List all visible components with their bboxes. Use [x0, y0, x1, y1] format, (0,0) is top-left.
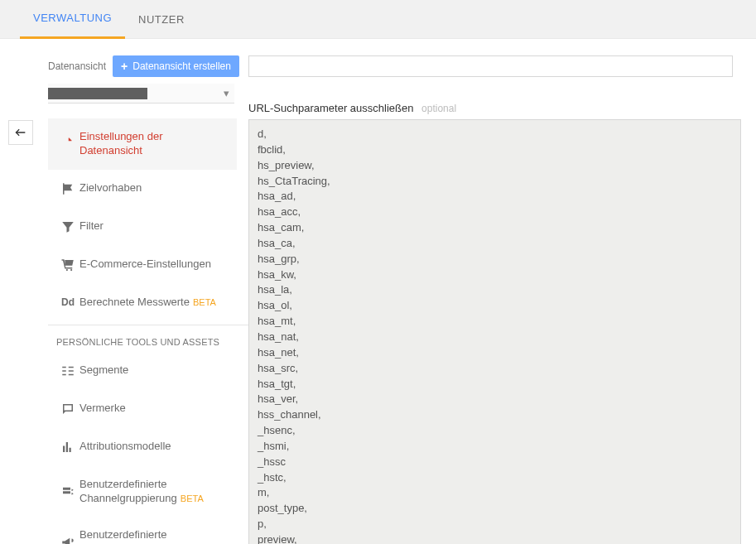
- field-label-text: URL-Suchparameter ausschließen: [248, 102, 413, 114]
- create-view-button[interactable]: + Datenansicht erstellen: [113, 55, 239, 77]
- tab-verwaltung[interactable]: VERWALTUNG: [20, 0, 125, 39]
- view-selector[interactable]: ▾: [48, 84, 234, 104]
- breadcrumb-label: Datenansicht: [48, 60, 106, 72]
- exclude-url-params-textarea[interactable]: [248, 119, 741, 544]
- field-label: URL-Suchparameter ausschließen optional: [248, 102, 748, 114]
- nav-item[interactable]: BenutzerdefinierteBenachrichtigungen: [48, 517, 237, 544]
- nav-item-label: Zielvorhaben: [79, 181, 142, 195]
- nav-item[interactable]: DdBerechnete MesswerteBETA: [48, 284, 237, 321]
- back-button[interactable]: [8, 120, 33, 145]
- nav-item-label: BenutzerdefinierteChannelgruppierungBETA: [79, 478, 204, 506]
- admin-nav: Einstellungen derDatenansichtZielvorhabe…: [48, 118, 237, 321]
- top-input-box[interactable]: [248, 55, 733, 77]
- nav-item-label: Segmente: [79, 363, 128, 378]
- chevron-down-icon: ▾: [224, 87, 229, 99]
- bars-icon: [56, 440, 79, 455]
- nav-item[interactable]: Zielvorhaben: [48, 170, 237, 208]
- nav-item-label: Vermerke: [79, 402, 126, 416]
- note-icon: [56, 402, 79, 416]
- section-head-personal: PERSÖNLICHE TOOLS UND ASSETS: [48, 325, 248, 352]
- plus-icon: +: [121, 60, 128, 73]
- nav-item-label: Attributionsmodelle: [79, 440, 171, 454]
- nav-item[interactable]: Segmente: [48, 352, 237, 390]
- nav-item-label: Filter: [79, 219, 104, 233]
- admin-nav-personal: SegmenteVermerkeAttributionsmodelleBenut…: [48, 352, 237, 544]
- tab-nutzer[interactable]: NUTZER: [125, 0, 198, 39]
- right-column: URL-Suchparameter ausschließen optional: [248, 39, 756, 544]
- nav-item[interactable]: BenutzerdefinierteChannelgruppierungBETA: [48, 466, 237, 518]
- nav-item-label: BenutzerdefinierteBenachrichtigungen: [79, 528, 175, 544]
- megaphone-icon: [56, 535, 79, 544]
- left-column: Datenansicht + Datenansicht erstellen ▾ …: [0, 39, 248, 544]
- flag-icon: [56, 181, 79, 196]
- cart-icon: [56, 258, 79, 272]
- nav-item-label: E-Commerce-Einstellungen: [79, 258, 211, 272]
- view-selector-value: [48, 88, 147, 99]
- nav-item[interactable]: Filter: [48, 208, 237, 246]
- nav-item[interactable]: Einstellungen derDatenansicht: [48, 118, 237, 170]
- funnel-icon: [56, 219, 79, 234]
- segments-icon: [56, 363, 79, 378]
- nav-item[interactable]: Attributionsmodelle: [48, 428, 237, 466]
- nav-item-label: Berechnete MesswerteBETA: [79, 296, 216, 310]
- nav-item[interactable]: E-Commerce-Einstellungen: [48, 246, 237, 284]
- create-view-label: Datenansicht erstellen: [132, 60, 231, 72]
- tab-bar: VERWALTUNG NUTZER: [0, 0, 756, 39]
- field-optional: optional: [421, 103, 456, 114]
- dd-icon: Dd: [56, 296, 79, 308]
- doc-icon: [56, 137, 79, 152]
- nav-item-label: Einstellungen derDatenansicht: [79, 130, 162, 158]
- nav-item[interactable]: Vermerke: [48, 390, 237, 428]
- back-arrow-icon: [14, 126, 27, 139]
- channel-icon: [56, 484, 79, 499]
